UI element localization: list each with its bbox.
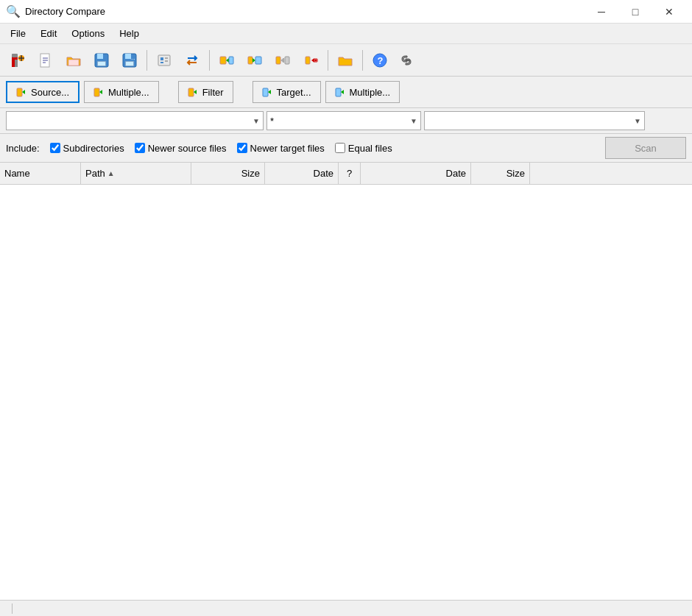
menu-help[interactable]: Help xyxy=(112,25,146,42)
newer-source-checkbox-item[interactable]: Newer source files xyxy=(135,143,227,154)
newer-target-checkbox[interactable] xyxy=(237,143,247,153)
svg-marker-52 xyxy=(341,90,344,94)
toolbar-sep-2 xyxy=(209,50,210,71)
menu-options[interactable]: Options xyxy=(64,25,112,42)
svg-rect-18 xyxy=(126,62,133,66)
menu-file[interactable]: File xyxy=(3,25,33,42)
col-date-right-label: Date xyxy=(446,168,466,179)
svg-rect-43 xyxy=(17,88,22,96)
source-dropdown-arrow: ▼ xyxy=(253,117,260,125)
svg-rect-14 xyxy=(98,62,105,66)
toolbar-delete-button[interactable] xyxy=(297,47,324,74)
toolbar-open-button[interactable] xyxy=(60,47,87,74)
col-header-diff[interactable]: ? xyxy=(339,163,361,184)
toolbar-swap-button[interactable] xyxy=(179,47,205,74)
newer-target-checkbox-item[interactable]: Newer target files xyxy=(237,143,325,154)
toolbar-home-button[interactable] xyxy=(4,47,31,74)
target-dropdown-arrow: ▼ xyxy=(634,117,641,125)
svg-rect-21 xyxy=(160,57,163,60)
svg-rect-10 xyxy=(68,60,79,66)
toolbar-skip-button[interactable] xyxy=(269,47,296,74)
col-header-name[interactable]: Name xyxy=(0,163,81,184)
svg-marker-29 xyxy=(253,58,255,63)
toolbar-copy-to-target-button[interactable] xyxy=(213,47,240,74)
target-path-dropdown[interactable]: ▼ xyxy=(424,111,645,130)
equal-files-checkbox-item[interactable]: Equal files xyxy=(335,143,392,154)
svg-marker-26 xyxy=(226,58,229,63)
svg-rect-22 xyxy=(160,62,163,63)
toolbar-sep-1 xyxy=(146,50,147,71)
col-size-right-label: Size xyxy=(506,168,525,179)
subdirectories-checkbox-item[interactable]: Subdirectories xyxy=(50,143,124,154)
app-icon: 🔍 xyxy=(6,4,21,19)
filter-button[interactable]: Filter xyxy=(178,81,233,103)
toolbar-save-button[interactable] xyxy=(88,47,115,74)
svg-rect-35 xyxy=(306,57,310,64)
filter-dropdown[interactable]: * ▼ xyxy=(266,111,421,130)
equal-files-checkbox[interactable] xyxy=(335,143,345,153)
col-header-size-right[interactable]: Size xyxy=(471,163,530,184)
col-header-path[interactable]: Path ▲ xyxy=(81,163,191,184)
svg-marker-48 xyxy=(194,90,197,94)
toolbar-folder-button[interactable] xyxy=(332,47,359,74)
toolbar-copy-to-source-button[interactable] xyxy=(241,47,268,74)
toolbar-new-button[interactable] xyxy=(32,47,59,74)
source-button[interactable]: Source... xyxy=(6,81,80,103)
svg-rect-45 xyxy=(94,88,99,96)
svg-rect-20 xyxy=(158,55,170,66)
col-header-size-left[interactable]: Size xyxy=(191,163,265,184)
col-header-date-left[interactable]: Date xyxy=(265,163,339,184)
toolbar-save-as-button[interactable]: ... xyxy=(116,47,143,74)
column-headers: Name Path ▲ Size Date ? Date Size xyxy=(0,163,692,185)
minimize-button[interactable]: ─ xyxy=(585,0,618,24)
close-button[interactable]: ✕ xyxy=(652,0,686,24)
svg-rect-25 xyxy=(220,57,226,64)
svg-rect-30 xyxy=(255,57,261,64)
svg-rect-47 xyxy=(188,88,194,96)
window-controls: ─ □ ✕ xyxy=(585,0,686,24)
window-title: Directory Compare xyxy=(25,6,585,17)
col-name-label: Name xyxy=(4,168,30,179)
target-multiple-button-label: Multiple... xyxy=(350,87,391,98)
svg-marker-36 xyxy=(311,58,314,63)
toolbar-link-button[interactable] xyxy=(395,47,421,74)
maximize-button[interactable]: □ xyxy=(618,0,652,24)
status-bar-divider xyxy=(12,603,13,614)
svg-marker-44 xyxy=(22,90,25,94)
filter-value: * xyxy=(270,116,274,127)
menu-bar: File Edit Options Help xyxy=(0,24,692,44)
svg-text:...: ... xyxy=(130,54,135,61)
filter-button-label: Filter xyxy=(202,87,224,98)
svg-marker-46 xyxy=(99,90,102,94)
source-path-dropdown[interactable]: ▼ xyxy=(6,111,264,130)
col-date-left-label: Date xyxy=(314,168,333,179)
svg-rect-49 xyxy=(263,88,268,96)
svg-rect-24 xyxy=(165,60,168,62)
status-bar xyxy=(0,600,692,616)
toolbar-help-button[interactable]: ? xyxy=(367,47,393,74)
title-bar: 🔍 Directory Compare ─ □ ✕ xyxy=(0,0,692,24)
subdirectories-checkbox[interactable] xyxy=(50,143,60,153)
target-multiple-button[interactable]: Multiple... xyxy=(325,81,400,103)
menu-edit[interactable]: Edit xyxy=(33,25,64,42)
col-path-sort-icon: ▲ xyxy=(107,169,115,177)
target-button-label: Target... xyxy=(277,87,311,98)
scan-button[interactable]: Scan xyxy=(605,137,686,159)
svg-rect-28 xyxy=(248,57,253,64)
col-path-label: Path xyxy=(85,168,105,179)
source-button-label: Source... xyxy=(31,87,69,98)
subdirectories-label: Subdirectories xyxy=(63,143,124,154)
toolbar-sep-4 xyxy=(362,50,363,71)
source-multiple-button[interactable]: Multiple... xyxy=(84,81,159,103)
svg-rect-31 xyxy=(276,57,280,64)
svg-rect-27 xyxy=(229,57,233,64)
svg-rect-34 xyxy=(285,57,289,64)
toolbar-settings-button[interactable] xyxy=(151,47,177,74)
newer-source-label: Newer source files xyxy=(148,143,227,154)
target-button[interactable]: Target... xyxy=(253,81,321,103)
main-content-area[interactable] xyxy=(0,185,692,600)
col-header-date-right[interactable]: Date xyxy=(361,163,471,184)
newer-source-checkbox[interactable] xyxy=(135,143,145,153)
toolbar-sep-3 xyxy=(328,50,328,71)
dropdowns-bar: ▼ * ▼ ▼ xyxy=(0,108,692,134)
